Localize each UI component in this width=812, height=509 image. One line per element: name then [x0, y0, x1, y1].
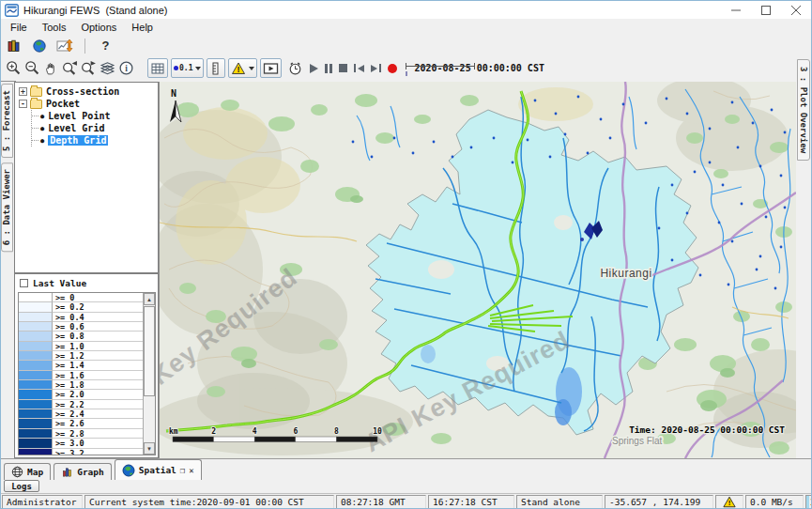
warnings-dropdown[interactable]: !	[228, 58, 257, 78]
tab-plot-overview[interactable]: 3 : Plot Overview	[797, 59, 810, 161]
menu-options[interactable]: Options	[73, 21, 124, 34]
title-bar: Hikurangi FEWS (Stand alone)	[1, 1, 811, 19]
menu-file[interactable]: File	[3, 21, 35, 34]
layers-icon[interactable]	[100, 59, 115, 77]
zoom-in-icon[interactable]	[6, 59, 22, 77]
globe-icon	[122, 464, 135, 477]
tree-node-label[interactable]: Cross-section	[46, 86, 119, 97]
legend-row: >= 2.6	[19, 419, 144, 428]
status-warning[interactable]: !	[715, 495, 743, 509]
tree-node-label-selected[interactable]: Depth Grid	[48, 135, 108, 146]
spatial-map[interactable]: API Key Required API Key Required Hikura…	[159, 82, 796, 458]
svg-text:!: !	[237, 65, 240, 74]
globe-icon[interactable]	[30, 37, 48, 54]
restore-panel-icon[interactable]: ❒	[180, 466, 185, 475]
bar-chart-icon	[61, 466, 73, 478]
window-title: Hikurangi FEWS (Stand alone)	[23, 5, 167, 16]
expander-icon[interactable]: +	[19, 87, 27, 96]
legend-color-swatch	[19, 332, 53, 341]
tab-data-viewer[interactable]: 6 : Data Viewer	[1, 162, 13, 252]
folder-icon	[30, 87, 42, 97]
play-button[interactable]	[310, 61, 318, 76]
minimize-button[interactable]	[721, 1, 751, 19]
legend-threshold-label: >= 0.8	[53, 332, 144, 341]
legend-threshold-label: >= 1.4	[53, 361, 144, 370]
pause-button[interactable]	[325, 61, 332, 76]
close-button[interactable]	[781, 1, 811, 19]
zoom-out-icon[interactable]	[24, 59, 40, 77]
time-slider-track[interactable]	[406, 63, 475, 69]
skip-to-end-button[interactable]	[371, 61, 381, 76]
bottom-tab-bar: Map Graph Spatial ❒ ✕	[1, 458, 811, 480]
legend-threshold-label: >= 3.0	[53, 439, 144, 448]
tab-map[interactable]: Map	[4, 463, 51, 480]
chart-export-icon[interactable]	[55, 37, 73, 54]
help-icon[interactable]: ?	[97, 37, 115, 54]
last-value-checkbox[interactable]	[20, 279, 28, 287]
legend-threshold-label: >= 2.2	[53, 400, 144, 409]
status-gmt-time: 08:27:18 GMT	[336, 495, 426, 509]
scrollbar-thumb[interactable]	[144, 306, 155, 396]
pan-hand-icon[interactable]	[43, 59, 59, 77]
tab-graph[interactable]: Graph	[54, 463, 112, 480]
folder-icon	[30, 100, 42, 109]
legend-color-swatch	[19, 313, 53, 322]
database-icon[interactable]	[5, 37, 23, 54]
menu-tools[interactable]: Tools	[35, 21, 74, 34]
application-window: Hikurangi FEWS (Stand alone) File Tools …	[0, 0, 812, 509]
tab-forecast[interactable]: 5 : Forecast	[1, 84, 13, 158]
legend-color-swatch	[19, 439, 53, 448]
tree-node-depth-grid[interactable]: ● Depth Grid	[32, 134, 158, 147]
legend-threshold-label: >= 0.2	[53, 302, 144, 312]
legend-color-swatch	[19, 390, 53, 399]
legend-color-swatch	[19, 380, 53, 390]
svg-text:2: 2	[211, 427, 216, 436]
svg-text:!: !	[728, 499, 731, 507]
grid-display-button[interactable]	[147, 58, 168, 78]
legend-color-swatch	[19, 409, 53, 419]
menu-help[interactable]: Help	[124, 21, 161, 34]
tree-node-label[interactable]: Level Point	[48, 111, 110, 121]
left-tab-strip: 5 : Forecast 6 : Data Viewer	[1, 82, 14, 458]
right-tab-strip: 3 : Plot Overview	[796, 55, 812, 458]
scroll-down-icon[interactable]: ▼	[144, 442, 155, 455]
tree-node-pocket[interactable]: - Pocket	[19, 98, 158, 110]
tree-node-label[interactable]: Level Grid	[48, 123, 104, 133]
tree-node-level-grid[interactable]: ● Level Grid	[32, 122, 158, 134]
legend-color-swatch	[19, 419, 53, 428]
map-time-label: Time: 2020-08-25 00:00:00 CST	[629, 424, 785, 435]
info-icon[interactable]: i	[118, 59, 134, 77]
tree-node-level-point[interactable]: ● Level Point	[32, 110, 158, 122]
legend-row: >= 2.2	[19, 400, 144, 409]
tab-spatial[interactable]: Spatial ❒ ✕	[115, 459, 202, 480]
skip-to-start-button[interactable]	[354, 61, 364, 76]
legend-row: >= 1.4	[19, 361, 144, 370]
legend-threshold-label: >= 1.0	[53, 342, 144, 351]
legend-row: >= 0.4	[19, 313, 144, 322]
legend-scrollbar[interactable]: ▲ ▼	[143, 293, 155, 455]
contour-interval-dropdown[interactable]: 0.1	[171, 58, 204, 78]
maximize-button[interactable]	[751, 1, 781, 19]
scroll-up-icon[interactable]: ▲	[144, 293, 155, 305]
zoom-next-icon[interactable]	[81, 59, 97, 77]
close-panel-icon[interactable]: ✕	[189, 466, 193, 475]
wireframe-globe-icon	[11, 466, 23, 478]
status-user: Administrator	[2, 495, 83, 509]
legend-threshold-label: >= 2.6	[53, 419, 144, 428]
legend-rows: >= 0>= 0.2>= 0.4>= 0.6>= 0.8>= 1.0>= 1.2…	[19, 293, 144, 455]
tab-map-label: Map	[27, 467, 43, 477]
profile-ruler-button[interactable]	[207, 58, 225, 78]
expander-icon[interactable]: -	[19, 100, 27, 108]
timer-icon[interactable]	[287, 59, 303, 77]
time-slider-range-bar[interactable]	[406, 71, 407, 76]
logs-button[interactable]: Logs	[4, 480, 39, 492]
record-button[interactable]	[388, 61, 397, 76]
animation-button[interactable]	[260, 58, 282, 78]
status-coordinates: -35.657 , 174.199	[605, 495, 713, 509]
stop-button[interactable]	[339, 61, 347, 76]
chevron-down-icon	[249, 67, 254, 70]
legend-threshold-label: >= 1.8	[53, 380, 144, 390]
tree-node-cross-section[interactable]: + Cross-section	[19, 85, 158, 98]
tree-node-label[interactable]: Pocket	[46, 99, 80, 109]
zoom-previous-icon[interactable]	[62, 59, 78, 77]
